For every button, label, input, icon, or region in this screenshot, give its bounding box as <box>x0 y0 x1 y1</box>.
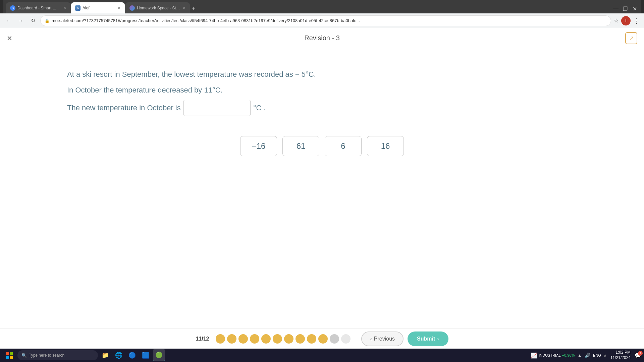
stock-value: +0.96% <box>562 353 575 357</box>
chevron-up-icon: ∧ <box>604 353 606 358</box>
choice-16[interactable]: 16 <box>367 136 404 156</box>
tab-studyx[interactable]: Homework Space - StudyX ✕ <box>125 2 190 13</box>
chrome-icon: G <box>10 5 15 11</box>
notification-area[interactable]: 💬 2 <box>635 352 641 359</box>
security-icon: 🔒 <box>45 18 50 23</box>
expand-icon: ↗ <box>629 35 634 41</box>
back-button[interactable]: ← <box>4 16 13 25</box>
taskbar: 🔍 Type here to search 📁 🌐 🔵 🟦 🟢 📈 INDUST… <box>0 349 644 362</box>
svg-rect-3 <box>10 356 13 359</box>
choice-6[interactable]: 6 <box>325 136 362 156</box>
tab-label: Dashboard - Smart Learning Ga <box>17 6 61 10</box>
close-button[interactable]: ✕ <box>7 34 12 42</box>
window-close-button[interactable]: ✕ <box>631 5 638 12</box>
chrome-active-icon: 🟢 <box>155 351 163 359</box>
progress-dot-2[interactable] <box>227 334 236 344</box>
progress-dot-9[interactable] <box>307 334 316 344</box>
file-icon: 📁 <box>102 352 109 359</box>
page-title: Revision - 3 <box>304 34 340 42</box>
expand-button[interactable]: ↗ <box>625 32 637 44</box>
question-line2: In October the temperature decreased by … <box>67 84 577 96</box>
question-line3-prefix: The new temperature in October is <box>67 104 181 112</box>
tab-label: Homework Space - StudyX <box>137 6 180 10</box>
volume-icon: 🔊 <box>585 353 590 358</box>
choice-61[interactable]: 61 <box>282 136 319 156</box>
taskbar-windows-store-icon[interactable]: 🟦 <box>140 349 152 361</box>
time-display: 1:02 PM <box>610 350 631 355</box>
progress-dot-11[interactable] <box>330 334 339 344</box>
taskbar-file-icon[interactable]: 📁 <box>99 349 111 361</box>
bottom-navigation: 11/12 ‹ Previous Submit › <box>0 328 644 349</box>
progress-dot-10[interactable] <box>318 334 328 344</box>
progress-dot-8[interactable] <box>296 334 305 344</box>
profile-button[interactable]: I <box>621 16 631 25</box>
notification-count: 2 <box>638 351 643 356</box>
store-icon: 🟦 <box>142 352 149 359</box>
start-button[interactable] <box>3 349 16 361</box>
submit-label: Submit <box>417 336 435 342</box>
tab-alef[interactable]: A Alef ✕ <box>71 2 125 13</box>
submit-button[interactable]: Submit › <box>408 331 448 346</box>
taskbar-chrome-icon[interactable]: 🔵 <box>126 349 138 361</box>
window-controls: — ❐ ✕ <box>612 5 638 12</box>
url-bar[interactable]: 🔒 moe.alefed.com/?1732175745781#/progres… <box>40 15 611 26</box>
progress-dot-7[interactable] <box>284 334 293 344</box>
choice-label: −16 <box>252 141 266 151</box>
tab-bar: G Dashboard - Smart Learning Ga ✕ A Alef… <box>3 0 641 13</box>
svg-rect-2 <box>6 356 9 359</box>
search-icon: 🔍 <box>21 353 27 358</box>
taskbar-alef-active[interactable]: 🟢 <box>153 349 165 361</box>
language-label: ENG <box>593 353 601 357</box>
taskbar-search[interactable]: 🔍 Type here to search <box>17 350 98 360</box>
choice-label: 16 <box>381 141 390 151</box>
main-content: At a ski resort in September, the lowest… <box>0 48 644 176</box>
progress-dot-12[interactable] <box>341 334 351 344</box>
answer-unit: °C . <box>253 104 266 112</box>
maximize-button[interactable]: ❐ <box>622 5 629 12</box>
submit-icon: › <box>437 336 439 342</box>
stock-info: 📈 INDUSTRIAL +0.96% <box>531 352 575 359</box>
systray: 📈 INDUSTRIAL +0.96% ▲ 🔊 ENG ∧ <box>531 352 606 359</box>
windows-icon <box>6 352 13 359</box>
taskbar-edge-icon[interactable]: 🌐 <box>113 349 125 361</box>
minimize-button[interactable]: — <box>612 5 619 12</box>
stock-label: INDUSTRIAL <box>539 353 560 357</box>
tab-dashboard[interactable]: G Dashboard - Smart Learning Ga ✕ <box>6 2 70 13</box>
address-bar: ← → ↻ 🔒 moe.alefed.com/?1732175745781#/p… <box>0 13 644 28</box>
choices-container: −16 61 6 16 <box>67 136 577 156</box>
tab-label: Alef <box>83 6 90 10</box>
title-bar: G Dashboard - Smart Learning Ga ✕ A Alef… <box>0 0 644 13</box>
edge-icon: 🌐 <box>115 352 122 359</box>
new-tab-button[interactable]: + <box>191 5 197 12</box>
bookmark-button[interactable]: ☆ <box>614 17 619 24</box>
tab-close-btn[interactable]: ✕ <box>117 6 121 10</box>
clock: 1:02 PM 11/21/2024 <box>610 350 631 360</box>
choice-negative16[interactable]: −16 <box>240 136 277 156</box>
taskbar-systray: 📈 INDUSTRIAL +0.96% ▲ 🔊 ENG ∧ 1:02 PM 11… <box>531 350 641 360</box>
app-header: ✕ Revision - 3 ↗ <box>0 28 644 48</box>
tab-close-btn[interactable]: ✕ <box>182 6 186 10</box>
date-display: 11/21/2024 <box>610 355 631 361</box>
chrome-icon: 🔵 <box>128 352 136 359</box>
stock-chart-icon: 📈 <box>531 352 537 359</box>
progress-dot-4[interactable] <box>250 334 259 344</box>
progress-dot-6[interactable] <box>273 334 282 344</box>
progress-dot-1[interactable] <box>216 334 225 344</box>
previous-button[interactable]: ‹ Previous <box>361 331 404 346</box>
svg-rect-0 <box>6 352 9 355</box>
reload-button[interactable]: ↻ <box>28 16 38 25</box>
choice-label: 61 <box>297 141 306 151</box>
prev-icon: ‹ <box>370 336 372 342</box>
choice-label: 6 <box>341 141 345 151</box>
forward-button[interactable]: → <box>16 16 25 25</box>
browser-menu-button[interactable]: ⋮ <box>633 17 640 25</box>
progress-dot-5[interactable] <box>261 334 271 344</box>
url-text: moe.alefed.com/?1732175745781#/progress/… <box>52 18 607 23</box>
alef-icon: A <box>75 5 80 11</box>
progress-dots <box>216 334 351 344</box>
tab-close-btn[interactable]: ✕ <box>63 6 66 10</box>
answer-input[interactable] <box>183 100 251 116</box>
svg-rect-1 <box>10 352 13 355</box>
progress-dot-3[interactable] <box>238 334 248 344</box>
prev-label: Previous <box>374 336 395 342</box>
